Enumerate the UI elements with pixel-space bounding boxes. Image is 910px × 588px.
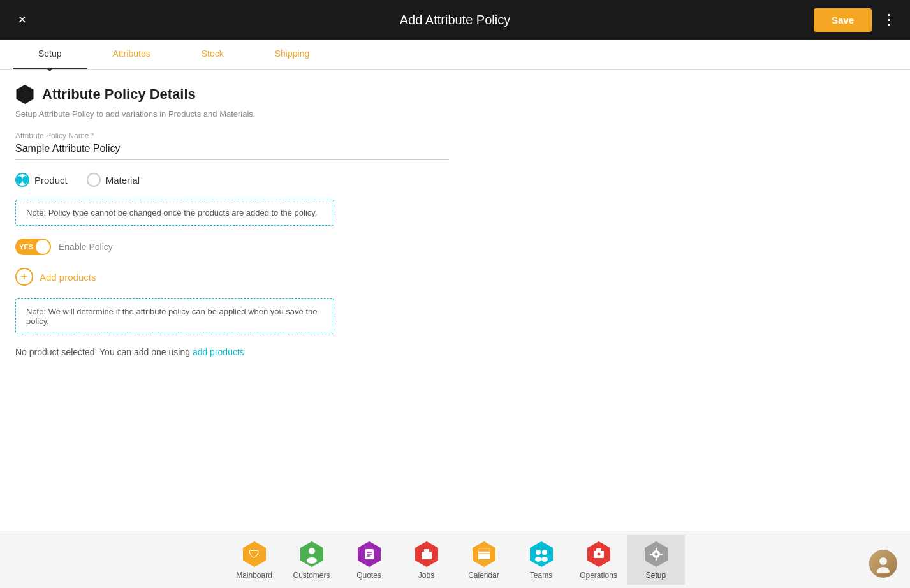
enable-policy-label: Enable Policy bbox=[59, 242, 113, 252]
note-save-policy: Note: We will determine if the attribute… bbox=[15, 298, 334, 334]
page-title: Add Attribute Policy bbox=[400, 13, 510, 27]
svg-point-28 bbox=[654, 552, 657, 555]
attribute-policy-name-field: Attribute Policy Name * Sample Attribute… bbox=[15, 131, 895, 160]
radio-circle-material bbox=[87, 173, 101, 187]
enable-policy-toggle-row: YES Enable Policy bbox=[15, 239, 895, 255]
main-content: Attribute Policy Details Setup Attribute… bbox=[0, 70, 910, 531]
svg-rect-12 bbox=[424, 549, 429, 552]
teams-label: Teams bbox=[530, 571, 552, 580]
nav-item-quotes[interactable]: Quotes bbox=[341, 535, 398, 585]
setup-icon bbox=[642, 540, 670, 568]
bottom-navigation: 🛡 Mainboard Customers Quotes Jobs bbox=[0, 531, 910, 588]
section-header: Attribute Policy Details bbox=[15, 85, 895, 104]
setup-label: Setup bbox=[646, 571, 666, 580]
no-product-message: No product selected! You can add one usi… bbox=[15, 347, 895, 357]
svg-rect-24 bbox=[596, 548, 601, 552]
nav-items-container: 🛡 Mainboard Customers Quotes Jobs bbox=[226, 535, 685, 585]
svg-point-20 bbox=[535, 557, 541, 562]
svg-rect-32 bbox=[660, 554, 663, 555]
header: × Add Attribute Policy Save ⋮ bbox=[0, 0, 910, 40]
section-title: Attribute Policy Details bbox=[42, 86, 196, 103]
operations-label: Operations bbox=[580, 571, 617, 580]
nav-item-setup[interactable]: Setup bbox=[627, 535, 685, 585]
operations-icon bbox=[585, 540, 613, 568]
tab-stock[interactable]: Stock bbox=[176, 40, 249, 69]
jobs-label: Jobs bbox=[418, 571, 434, 580]
radio-label-material: Material bbox=[106, 175, 140, 186]
svg-rect-31 bbox=[650, 554, 652, 555]
policy-type-radio-group: Product Material bbox=[15, 173, 895, 187]
avatar-image bbox=[869, 550, 897, 578]
calendar-icon bbox=[470, 540, 498, 568]
add-products-label: Add products bbox=[40, 272, 96, 283]
tab-bar: Setup Attributes Stock Shipping bbox=[0, 40, 910, 70]
section-subtitle: Setup Attribute Policy to add variations… bbox=[15, 109, 895, 119]
svg-rect-29 bbox=[656, 548, 657, 550]
nav-item-mainboard[interactable]: 🛡 Mainboard bbox=[226, 535, 283, 585]
calendar-label: Calendar bbox=[468, 571, 499, 580]
svg-point-18 bbox=[536, 550, 541, 555]
close-button[interactable]: × bbox=[13, 11, 32, 28]
enable-policy-toggle[interactable]: YES bbox=[15, 239, 51, 255]
radio-circle-product bbox=[15, 173, 29, 187]
svg-text:🛡: 🛡 bbox=[249, 548, 260, 561]
svg-point-4 bbox=[307, 557, 317, 564]
svg-point-21 bbox=[541, 557, 548, 562]
field-value[interactable]: Sample Attribute Policy bbox=[15, 143, 449, 160]
note-policy-type: Note: Policy type cannot be changed once… bbox=[15, 200, 334, 226]
quotes-label: Quotes bbox=[356, 571, 381, 580]
customers-label: Customers bbox=[293, 571, 330, 580]
radio-product[interactable]: Product bbox=[15, 173, 68, 187]
save-button[interactable]: Save bbox=[814, 8, 872, 32]
add-products-button[interactable]: + Add products bbox=[15, 268, 895, 286]
toggle-yes-label: YES bbox=[19, 243, 33, 251]
svg-point-33 bbox=[879, 557, 887, 565]
radio-material[interactable]: Material bbox=[87, 173, 140, 187]
svg-rect-11 bbox=[422, 552, 432, 559]
nav-item-operations[interactable]: Operations bbox=[570, 535, 627, 585]
tab-shipping[interactable]: Shipping bbox=[249, 40, 335, 69]
nav-item-jobs[interactable]: Jobs bbox=[398, 535, 455, 585]
jobs-icon bbox=[413, 540, 441, 568]
mainboard-icon: 🛡 bbox=[240, 540, 268, 568]
add-products-link[interactable]: add products bbox=[193, 347, 244, 357]
add-products-icon: + bbox=[15, 268, 33, 286]
tab-attributes[interactable]: Attributes bbox=[87, 40, 176, 69]
header-actions: Save ⋮ bbox=[814, 8, 897, 32]
teams-icon bbox=[527, 540, 555, 568]
nav-item-teams[interactable]: Teams bbox=[513, 535, 570, 585]
radio-label-product: Product bbox=[34, 175, 68, 186]
svg-rect-15 bbox=[478, 548, 490, 552]
svg-point-34 bbox=[877, 567, 890, 573]
customers-icon bbox=[298, 540, 326, 568]
svg-point-3 bbox=[309, 548, 315, 554]
svg-rect-30 bbox=[656, 558, 657, 561]
user-avatar[interactable] bbox=[869, 550, 897, 578]
field-label: Attribute Policy Name * bbox=[15, 131, 895, 140]
mainboard-label: Mainboard bbox=[236, 571, 272, 580]
nav-item-calendar[interactable]: Calendar bbox=[455, 535, 513, 585]
quotes-icon bbox=[355, 540, 383, 568]
toggle-thumb bbox=[36, 240, 50, 254]
section-icon bbox=[15, 85, 34, 104]
svg-point-25 bbox=[597, 552, 600, 555]
svg-marker-17 bbox=[530, 541, 553, 567]
nav-item-customers[interactable]: Customers bbox=[283, 535, 341, 585]
tab-setup[interactable]: Setup bbox=[13, 40, 87, 69]
more-options-button[interactable]: ⋮ bbox=[882, 11, 897, 28]
svg-point-19 bbox=[542, 550, 547, 555]
